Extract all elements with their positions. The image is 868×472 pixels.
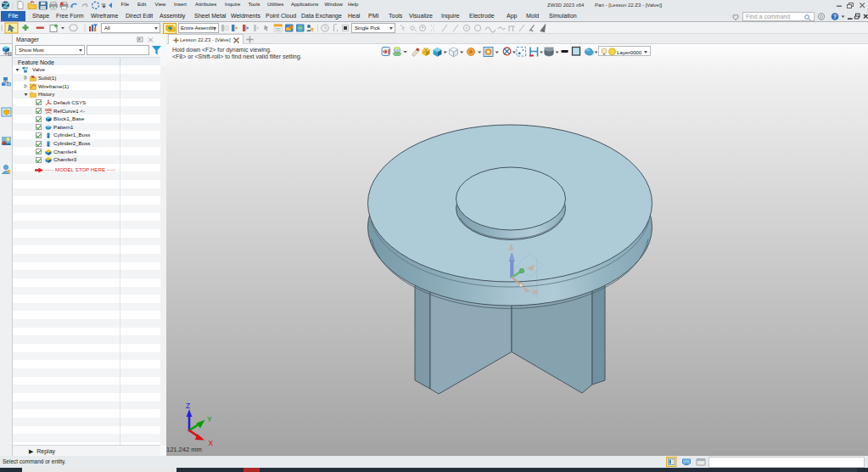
svg-text:Z: Z bbox=[186, 402, 190, 410]
svg-text:REF: REF bbox=[46, 108, 51, 111]
svg-text:Y: Y bbox=[207, 415, 212, 424]
svg-text:?: ? bbox=[833, 14, 837, 20]
svg-text:X: X bbox=[209, 439, 214, 447]
